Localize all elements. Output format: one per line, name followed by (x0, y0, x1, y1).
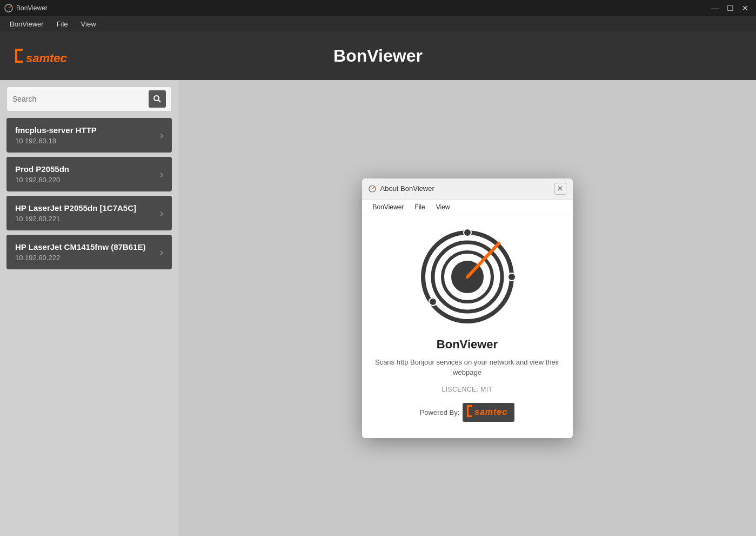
titlebar-left: BonViewer (4, 4, 48, 12)
search-input[interactable] (12, 95, 144, 103)
svg-rect-18 (467, 405, 469, 417)
dialog-menu-view[interactable]: View (432, 202, 454, 213)
about-dialog: About BonViewer ✕ BonViewer File View (362, 178, 573, 438)
dialog-powered-by: Powered By: samtec (420, 403, 515, 422)
svg-rect-3 (15, 49, 23, 51)
svg-rect-20 (467, 415, 472, 417)
titlebar: BonViewer — ☐ ✕ (0, 0, 756, 16)
svg-point-6 (154, 96, 159, 101)
device-ip-2: 10.192.60.221 (15, 215, 136, 223)
device-name-0: fmcplus-server HTTP (15, 125, 97, 135)
svg-point-14 (464, 229, 471, 236)
dialog-titlebar: About BonViewer ✕ (362, 178, 573, 200)
device-card-3[interactable]: HP LaserJet CM1415fnw (87B61E) 10.192.60… (6, 235, 172, 269)
device-name-1: Prod P2055dn (15, 164, 69, 174)
bonviewer-logo (419, 228, 516, 328)
modal-overlay: About BonViewer ✕ BonViewer File View (178, 80, 756, 536)
svg-text:samtec: samtec (474, 407, 507, 416)
svg-line-9 (372, 187, 374, 189)
svg-line-1 (9, 6, 11, 8)
svg-line-7 (158, 100, 160, 102)
menubar: BonViewer File View (0, 16, 756, 31)
dialog-description: Scans http Bonjour services on your netw… (373, 357, 562, 378)
device-card-0[interactable]: fmcplus-server HTTP 10.192.60.18 › (6, 118, 172, 153)
menu-view[interactable]: View (76, 18, 102, 30)
header: samtec BonViewer (0, 31, 756, 80)
device-name-2: HP LaserJet P2055dn [1C7A5C] (15, 203, 136, 213)
svg-text:samtec: samtec (26, 51, 67, 65)
dialog-menubar: BonViewer File View (362, 200, 573, 215)
device-ip-0: 10.192.60.18 (15, 137, 97, 145)
titlebar-title: BonViewer (16, 4, 48, 12)
svg-line-17 (467, 243, 499, 277)
svg-point-16 (429, 298, 437, 306)
dialog-app-icon (369, 185, 376, 193)
app-icon (4, 4, 13, 12)
dialog-menu-file[interactable]: File (410, 202, 429, 213)
header-title: BonViewer (333, 46, 423, 66)
minimize-button[interactable]: — (708, 2, 721, 15)
search-icon (153, 95, 162, 103)
titlebar-controls: — ☐ ✕ (708, 2, 752, 15)
device-name-3: HP LaserJet CM1415fnw (87B61E) (15, 242, 146, 252)
bonviewer-logo-svg (419, 228, 516, 326)
menu-file[interactable]: File (51, 18, 73, 30)
device-info-2: HP LaserJet P2055dn [1C7A5C] 10.192.60.2… (15, 203, 136, 223)
dialog-menu-bonviewer[interactable]: BonViewer (369, 202, 409, 213)
powered-samtec-logo: samtec (467, 404, 510, 418)
chevron-icon-0: › (160, 130, 163, 141)
menu-bonviewer[interactable]: BonViewer (4, 18, 49, 30)
samtec-logo-svg: samtec (11, 42, 76, 69)
chevron-icon-3: › (160, 247, 163, 258)
device-card-2[interactable]: HP LaserJet P2055dn [1C7A5C] 10.192.60.2… (6, 196, 172, 230)
chevron-icon-1: › (160, 169, 163, 180)
dialog-app-name: BonViewer (437, 338, 498, 352)
dialog-body: BonViewer Scans http Bonjour services on… (362, 215, 573, 438)
dialog-close-button[interactable]: ✕ (554, 183, 566, 195)
dialog-title: About BonViewer (380, 184, 434, 193)
device-ip-1: 10.192.60.220 (15, 176, 69, 184)
device-card-1[interactable]: Prod P2055dn 10.192.60.220 › (6, 157, 172, 191)
search-bar (6, 87, 172, 111)
device-info-3: HP LaserJet CM1415fnw (87B61E) 10.192.60… (15, 242, 146, 262)
svg-point-15 (508, 273, 516, 281)
powered-by-label: Powered By: (420, 408, 460, 416)
header-logo: samtec (11, 42, 76, 69)
sidebar: fmcplus-server HTTP 10.192.60.18 › Prod … (0, 80, 178, 536)
svg-rect-19 (467, 405, 472, 407)
close-button[interactable]: ✕ (739, 2, 752, 15)
device-info-1: Prod P2055dn 10.192.60.220 (15, 164, 69, 184)
dialog-licence: LISCENCE: MIT (442, 386, 493, 393)
search-button[interactable] (149, 90, 166, 108)
dialog-titlebar-left: About BonViewer (369, 184, 434, 193)
powered-by-brand: samtec (463, 403, 514, 422)
chevron-icon-2: › (160, 208, 163, 219)
device-ip-3: 10.192.60.222 (15, 254, 146, 262)
maximize-button[interactable]: ☐ (724, 2, 737, 15)
main-layout: fmcplus-server HTTP 10.192.60.18 › Prod … (0, 80, 756, 536)
device-info-0: fmcplus-server HTTP 10.192.60.18 (15, 125, 97, 145)
content-area: About BonViewer ✕ BonViewer File View (178, 80, 756, 536)
svg-rect-4 (15, 61, 23, 63)
